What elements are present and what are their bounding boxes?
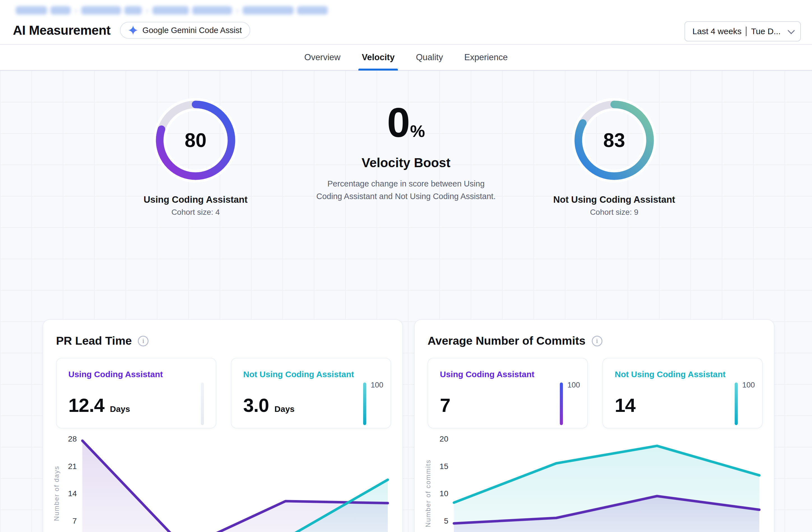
svg-text:Number of commits: Number of commits — [424, 459, 432, 527]
svg-text:15: 15 — [440, 462, 448, 471]
gemini-badge: Google Gemini Code Assist — [120, 22, 250, 39]
tab-experience[interactable]: Experience — [456, 45, 516, 70]
svg-text:7: 7 — [72, 517, 77, 525]
not-using-gauge-label: Not Using Coding Assistant — [527, 194, 701, 205]
breadcrumb-link[interactable] — [153, 6, 232, 15]
boost-title: Velocity Boost — [308, 155, 504, 170]
breadcrumb-separator: › — [74, 6, 77, 15]
commits-using-stat: Using Coding Assistant 100 7 — [427, 358, 588, 428]
breadcrumb-separator: › — [236, 6, 239, 15]
tab-overview[interactable]: Overview — [296, 45, 348, 70]
commits-not-using-stat: Not Using Coding Assistant 100 14 — [603, 358, 763, 428]
score-mini-bar — [201, 383, 204, 425]
avg-commits-title: Average Number of Commits — [427, 334, 585, 348]
breadcrumb-link[interactable] — [243, 6, 328, 15]
score-mini-label: 100 — [567, 381, 580, 389]
breadcrumb-link[interactable] — [81, 6, 142, 15]
tab-quality[interactable]: Quality — [408, 45, 451, 70]
stat-label: Using Coding Assistant — [440, 370, 576, 379]
page-title: AI Measurement — [13, 23, 111, 38]
pr-using-stat: Using Coding Assistant 12.4 Days — [56, 358, 216, 428]
stat-value: 3.0 — [243, 394, 269, 416]
gemini-badge-label: Google Gemini Code Assist — [142, 26, 242, 35]
breadcrumb[interactable]: › › › — [16, 6, 328, 15]
using-cohort-size: Cohort size: 4 — [109, 208, 282, 217]
stat-label: Not Using Coding Assistant — [243, 370, 379, 379]
breadcrumb-link[interactable] — [16, 6, 71, 15]
pr-lead-time-chart: 07142128Number of days23 Dec 202401 Jan … — [52, 432, 395, 532]
velocity-boost-block: 0% Velocity Boost Percentage change in s… — [308, 102, 504, 203]
stat-value: 12.4 — [68, 394, 104, 416]
date-range-divider — [746, 27, 746, 36]
gemini-sparkle-icon — [128, 26, 138, 35]
date-range-select[interactable]: Last 4 weeks Tue D... — [684, 21, 801, 42]
boost-unit: % — [410, 122, 425, 141]
svg-text:Number of days: Number of days — [53, 466, 60, 521]
avg-commits-chart: 05101520Number of commits23 Dec 202401 J… — [423, 432, 766, 532]
pr-lead-time-card: PR Lead Time i Using Coding Assistant 12… — [43, 319, 403, 532]
date-range-value: Last 4 weeks — [692, 27, 741, 36]
stat-value: 7 — [440, 394, 450, 416]
stat-suffix: Days — [275, 404, 295, 414]
stat-value: 14 — [615, 394, 636, 416]
avg-commits-card: Average Number of Commits i Using Coding… — [414, 319, 774, 532]
boost-description: Percentage change in score between Using… — [316, 178, 496, 203]
pr-lead-time-title: PR Lead Time — [56, 334, 132, 348]
ai-measurement-page: › › › AI Measurement Google Gemini Code … — [0, 0, 812, 532]
svg-text:5: 5 — [444, 517, 448, 525]
info-icon[interactable]: i — [138, 336, 148, 346]
score-mini-bar — [560, 383, 563, 425]
tab-bar: Overview Velocity Quality Experience — [0, 44, 812, 71]
score-mini-label: 100 — [742, 381, 755, 389]
pr-not-using-stat: Not Using Coding Assistant 100 3.0 Days — [231, 358, 391, 428]
using-gauge-label: Using Coding Assistant — [109, 194, 282, 205]
not-using-gauge-block: 83 Not Using Coding Assistant Cohort siz… — [527, 98, 701, 217]
chevron-down-icon — [788, 27, 795, 34]
boost-value: 0 — [387, 99, 410, 146]
score-mini-bar — [735, 383, 738, 425]
using-score-value: 80 — [153, 98, 238, 183]
svg-text:14: 14 — [68, 489, 77, 498]
score-mini-label: 100 — [371, 381, 383, 389]
tab-velocity[interactable]: Velocity — [354, 45, 402, 70]
svg-text:20: 20 — [440, 434, 448, 443]
info-icon[interactable]: i — [592, 336, 603, 346]
score-mini-bar — [363, 383, 366, 425]
not-using-cohort-size: Cohort size: 9 — [527, 208, 701, 217]
breadcrumb-separator: › — [146, 6, 148, 15]
stat-label: Not Using Coding Assistant — [615, 370, 750, 379]
date-start-value: Tue D... — [751, 27, 781, 36]
stat-suffix: Days — [110, 404, 130, 414]
stat-label: Using Coding Assistant — [68, 370, 204, 379]
not-using-score-value: 83 — [571, 98, 657, 183]
svg-text:28: 28 — [68, 434, 77, 443]
svg-text:21: 21 — [68, 462, 77, 471]
using-gauge-block: 80 Using Coding Assistant Cohort size: 4 — [109, 98, 282, 217]
header: › › › AI Measurement Google Gemini Code … — [0, 0, 812, 44]
svg-text:10: 10 — [440, 489, 448, 498]
content-area: 80 Using Coding Assistant Cohort size: 4… — [0, 71, 812, 532]
